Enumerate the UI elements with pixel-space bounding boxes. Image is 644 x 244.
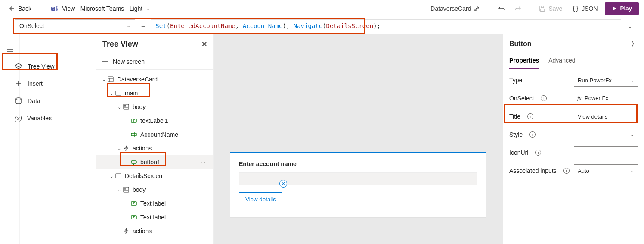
save-label: Save: [548, 5, 562, 12]
lightning-icon: [122, 228, 130, 234]
svg-rect-5: [541, 6, 544, 8]
chevron-down-icon: ⌄: [630, 168, 634, 174]
prop-assoc-dropdown[interactable]: Auto⌄: [574, 164, 638, 177]
svg-point-2: [56, 6, 58, 8]
json-label: JSON: [582, 5, 598, 12]
prop-title-label: Title: [509, 113, 520, 120]
chevron-right-icon[interactable]: 〉: [631, 40, 638, 49]
plus-icon: [15, 80, 22, 88]
formula-fn: Navigate: [294, 22, 322, 29]
tree-item-textlabel-a[interactable]: Text label: [96, 197, 213, 210]
formula-fn: Set: [155, 22, 166, 29]
prop-style-dropdown[interactable]: ⌄: [574, 128, 638, 141]
container-icon: [122, 104, 130, 110]
top-command-bar: Back T View - Microsoft Teams - Light ⌄ …: [0, 0, 644, 17]
tree-item-detailsscreen[interactable]: ⌄ DetailsScreen: [96, 169, 213, 183]
chevron-down-icon: ⌄: [108, 91, 115, 96]
back-button[interactable]: Back: [5, 3, 34, 14]
divider: [530, 4, 530, 13]
formula-input[interactable]: Set(EnteredAccountName, AccountName); Na…: [151, 19, 621, 32]
chevron-down-icon: ⌄: [628, 24, 632, 29]
layers-icon: [15, 63, 22, 70]
hamburger-button[interactable]: [0, 41, 20, 58]
app-name-button[interactable]: DataverseCard: [428, 3, 483, 14]
nav-tree-view[interactable]: Tree View: [20, 58, 96, 75]
chevron-down-icon: ⌄: [116, 146, 122, 151]
view-details-button[interactable]: View details ✕: [239, 192, 282, 206]
expand-formula-button[interactable]: ⌄: [628, 22, 632, 29]
screen-icon: [115, 90, 122, 96]
info-icon[interactable]: i: [529, 131, 536, 138]
chevron-down-icon: ⌄: [116, 188, 122, 192]
text-icon: [130, 200, 138, 206]
view-theme-dropdown[interactable]: T View - Microsoft Teams - Light ⌄: [48, 3, 152, 14]
nav-tree-view-label: Tree View: [28, 63, 54, 70]
tree-item-textlabel-b[interactable]: Text label: [96, 210, 213, 224]
properties-panel: Button 〉 Properties Advanced Type Run Po…: [503, 34, 644, 244]
prop-iconurl-label: IconUrl: [509, 149, 528, 156]
play-button[interactable]: Play: [605, 2, 639, 15]
redo-button[interactable]: [512, 3, 524, 14]
info-icon[interactable]: i: [541, 95, 547, 101]
tab-properties[interactable]: Properties: [509, 53, 539, 69]
equals-icon: =: [139, 22, 148, 30]
formula-bar: OnSelect ⌄ = Set(EnteredAccountName, Acc…: [0, 17, 644, 34]
delete-badge-icon[interactable]: ✕: [279, 180, 287, 188]
nav-insert[interactable]: Insert: [20, 75, 96, 92]
new-screen-label: New screen: [113, 58, 145, 65]
card-preview: Enter account name View details ✕: [230, 152, 486, 218]
tree-item-button1[interactable]: button1 ···: [96, 155, 213, 169]
json-button[interactable]: {} JSON: [569, 3, 600, 14]
info-icon[interactable]: i: [527, 113, 533, 119]
new-screen-button[interactable]: New screen: [96, 53, 213, 70]
property-dropdown-label: OnSelect: [19, 22, 44, 29]
screen-icon: [115, 173, 122, 179]
info-icon[interactable]: i: [564, 168, 570, 174]
tree-item-actions-2[interactable]: actions: [96, 224, 213, 238]
svg-rect-3: [56, 8, 58, 11]
prop-onselect-value: fx Power Fx: [574, 92, 638, 105]
tree-item-body-2[interactable]: ⌄ body: [96, 183, 213, 197]
undo-button[interactable]: [495, 3, 508, 14]
tree-item-textlabel1[interactable]: textLabel1: [96, 114, 213, 128]
tree-item-body[interactable]: ⌄ body: [96, 100, 213, 114]
divider: [489, 4, 489, 13]
formula-arg: EnteredAccountName: [170, 22, 235, 29]
info-icon[interactable]: i: [535, 150, 541, 156]
svg-rect-14: [116, 174, 121, 178]
prop-style-label: Style: [509, 131, 523, 138]
account-name-input[interactable]: [239, 172, 477, 185]
close-icon[interactable]: ✕: [201, 40, 207, 48]
variables-icon: (x): [15, 115, 22, 122]
tree-view-panel: Tree View ✕ New screen ⌄ DataverseCard ⌄…: [96, 34, 214, 244]
text-icon: [130, 118, 138, 124]
chevron-down-icon: ⌄: [101, 77, 107, 82]
tree-item-dataversecard[interactable]: ⌄ DataverseCard: [96, 72, 213, 86]
prop-title-input[interactable]: View details: [574, 110, 638, 123]
tree-item-accountname[interactable]: AccountName: [96, 128, 213, 141]
prop-onselect-label: OnSelect: [509, 95, 534, 102]
properties-header-label: Button: [509, 40, 532, 48]
lightning-icon: [122, 145, 130, 151]
design-canvas[interactable]: Enter account name View details ✕: [214, 34, 503, 244]
nav-insert-label: Insert: [28, 80, 43, 87]
back-label: Back: [18, 5, 31, 12]
nav-variables-label: Variables: [27, 115, 52, 122]
svg-point-7: [16, 98, 21, 100]
plus-icon: [102, 58, 108, 65]
prop-iconurl-input[interactable]: [574, 146, 638, 159]
save-button[interactable]: Save: [536, 3, 565, 14]
nav-data[interactable]: Data: [20, 92, 96, 109]
teams-icon: T: [51, 5, 59, 13]
tree-item-main[interactable]: ⌄ main: [96, 86, 213, 100]
nav-variables[interactable]: (x) Variables: [20, 109, 96, 127]
tree-item-actions[interactable]: ⌄ actions: [96, 141, 213, 155]
property-dropdown[interactable]: OnSelect ⌄: [15, 19, 135, 32]
tab-advanced[interactable]: Advanced: [548, 53, 575, 69]
chevron-down-icon: ⌄: [108, 174, 115, 178]
prop-type-dropdown[interactable]: Run PowerFx⌄: [574, 74, 638, 87]
chevron-down-icon: ⌄: [146, 6, 150, 11]
more-icon[interactable]: ···: [201, 159, 209, 166]
view-details-label: View details: [245, 196, 276, 203]
chevron-down-icon: ⌄: [630, 132, 634, 138]
